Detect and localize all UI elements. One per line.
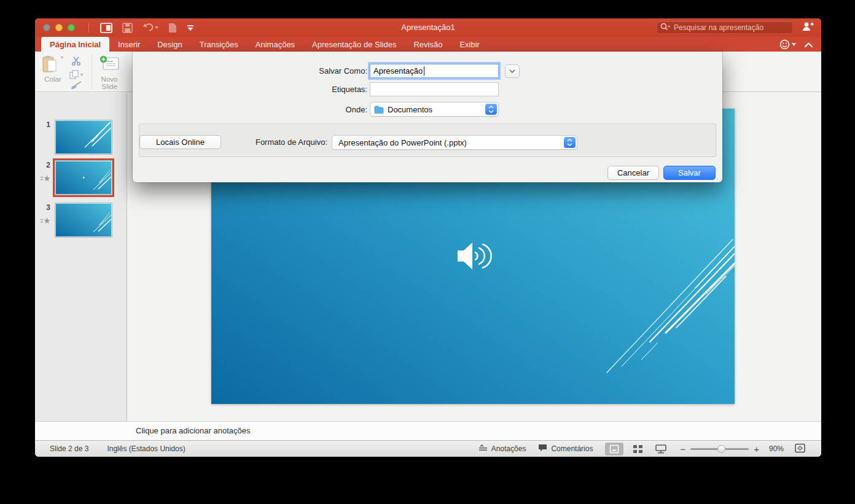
new-presentation-icon[interactable] [100,23,112,33]
slide-thumbnail-panel: 1 2 [35,93,127,421]
zoom-slider-knob[interactable] [717,445,725,453]
tab-inserir[interactable]: Inserir [109,37,149,52]
notes-pane[interactable]: Clique para adicionar anotações [35,421,821,440]
paste-button[interactable]: ▾ Colar [42,52,63,91]
titlebar: Apresentação1 [35,18,821,37]
share-add-people-icon[interactable] [802,21,814,34]
folder-icon [374,106,384,114]
tags-label: Etiquetas: [138,85,367,94]
format-painter-icon[interactable] [71,81,82,92]
tab-transicoes[interactable]: Transições [191,37,247,52]
filename-input[interactable] [370,64,499,78]
where-value: Documentos [388,105,432,114]
expand-dialog-button[interactable] [505,64,520,78]
search-input[interactable] [673,23,789,33]
ribbon-tab-row: Página Inicial Inserir Design Transições… [35,37,821,52]
new-slide-label: Novo Slide [98,76,120,90]
chevron-down-icon [509,69,515,73]
zoom-window-button[interactable] [68,24,75,31]
ribbon-group-divider [92,54,92,89]
where-popup[interactable]: Documentos [370,102,499,117]
powerpoint-window: Apresentação1 Página Inicial Inserir Des… [35,18,821,457]
slide-indicator: Slide 2 de 3 [50,444,88,453]
save-icon[interactable] [122,23,133,33]
search-icon [660,22,670,33]
slide-thumbnail-2-selected[interactable] [55,160,112,195]
notes-toggle[interactable]: Anotações [479,444,526,454]
tab-revisao[interactable]: Revisão [405,37,451,52]
cancel-button[interactable]: Cancelar [607,166,659,180]
traffic-lights [43,24,75,31]
notes-placeholder: Clique para adicionar anotações [136,426,250,435]
comments-toggle-label: Comentários [551,444,593,453]
audio-speaker-icon[interactable] [453,240,493,274]
status-bar: Slide 2 de 3 Inglês (Estados Unidos) Ano… [35,440,821,457]
minimize-window-button[interactable] [55,24,63,31]
save-as-dialog: Salvar Como: Etiquetas: Onde: Documentos [133,52,722,182]
online-locations-label: Locais Online [156,138,205,147]
window-title: Apresentação1 [401,18,455,37]
slide-decor-lines [55,161,112,195]
print-document-icon [168,23,177,33]
cut-scissors-icon[interactable] [71,56,81,68]
zoom-level[interactable]: 90% [769,444,784,453]
slide-thumbnail-3[interactable] [55,203,112,238]
collapse-ribbon-icon[interactable] [805,39,813,50]
presentation-search-field[interactable] [657,21,793,34]
toolbar-options-icon[interactable] [187,25,194,31]
tab-apresentacao-de-slides[interactable]: Apresentação de Slides [303,37,405,52]
feedback-smiley-icon[interactable] [779,39,796,50]
file-format-value: Apresentação do PowerPoint (.pptx) [338,138,467,147]
close-window-button[interactable] [43,24,50,31]
text-caret [424,66,424,76]
slide-number: 3 [46,203,50,212]
language-indicator[interactable]: Inglês (Estados Unidos) [107,444,185,453]
where-label: Onde: [138,105,367,114]
notes-toggle-label: Anotações [491,444,526,453]
tab-pagina-inicial[interactable]: Página Inicial [41,37,109,52]
file-format-popup[interactable]: Apresentação do PowerPoint (.pptx) [332,135,577,150]
transition-star-icon [41,174,50,185]
slideshow-view-button[interactable] [652,443,670,456]
slide-number: 2 [46,161,50,169]
paste-label: Colar [44,76,61,83]
comments-icon [538,444,547,454]
clipboard-icon [42,55,59,74]
slide-sorter-view-button[interactable] [628,443,647,456]
online-locations-button[interactable]: Locais Online [139,135,221,149]
slide-decor-lines [55,203,112,237]
screen-background: Apresentação1 Página Inicial Inserir Des… [0,0,855,504]
new-slide-icon [100,55,119,74]
slide-thumbnail-1[interactable] [55,120,112,155]
comments-toggle[interactable]: Comentários [538,444,593,454]
normal-view-button[interactable] [605,443,623,456]
slide-number: 1 [46,120,50,129]
quick-access-toolbar [88,23,194,33]
fit-slide-to-window-icon[interactable] [795,443,805,455]
save-button-label: Salvar [678,168,701,177]
toolbar-divider [88,23,89,33]
tab-design[interactable]: Design [149,37,190,52]
file-format-label: Formato de Arquivo: [231,138,327,147]
zoom-slider[interactable] [690,448,749,450]
cancel-button-label: Cancelar [617,168,649,177]
zoom-out-button[interactable]: − [680,444,685,454]
undo-icon[interactable] [142,23,158,33]
transition-star-icon [41,216,50,227]
copy-icon[interactable]: ▾ [69,70,83,79]
tab-animacoes[interactable]: Animações [247,37,303,52]
popup-stepper-icon [564,137,576,148]
popup-stepper-icon [485,104,497,115]
zoom-in-button[interactable]: + [754,444,759,454]
tab-exibir[interactable]: Exibir [451,37,488,52]
new-slide-button[interactable]: Novo Slide [98,52,120,91]
slide-decor-lines [55,120,112,154]
notes-icon [479,444,488,454]
save-as-label: Salvar Como: [138,66,367,76]
save-button[interactable]: Salvar [663,166,716,180]
tags-input[interactable] [370,82,499,96]
